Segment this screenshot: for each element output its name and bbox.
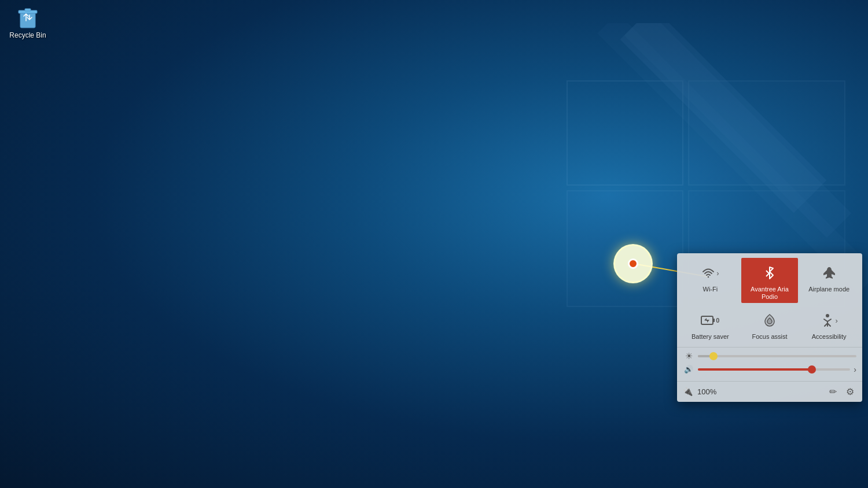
volume-track[interactable]	[698, 368, 850, 371]
wifi-tile-icon-wrap: ›	[698, 261, 722, 284]
wifi-icon	[701, 267, 715, 279]
svg-rect-9	[25, 9, 31, 11]
wifi-label: Wi-Fi	[703, 286, 718, 293]
cursor-indicator	[613, 244, 653, 283]
quick-action-tiles-row1: › Wi-Fi Avantree AriaPodio	[677, 253, 862, 305]
focus-assist-icon-wrap	[758, 309, 781, 332]
accessibility-expand: ›	[835, 316, 837, 325]
desktop: Recycle Bin › Wi-Fi	[0, 0, 868, 488]
battery-percent-label: 100%	[697, 387, 716, 396]
accessibility-label: Accessibility	[812, 333, 847, 341]
accessibility-icon-wrap: ›	[818, 309, 841, 332]
airplane-tile-icon-wrap	[818, 261, 841, 284]
bluetooth-tile[interactable]: Avantree AriaPodio	[741, 258, 799, 303]
wifi-tile[interactable]: › Wi-Fi	[682, 258, 739, 303]
recycle-bin[interactable]: Recycle Bin	[7, 5, 49, 39]
bluetooth-tile-icon-wrap	[758, 261, 781, 284]
bluetooth-icon	[764, 266, 775, 280]
battery-status-icon: 🔌	[683, 387, 693, 396]
cursor-dot	[628, 258, 638, 269]
bluetooth-label: Avantree AriaPodio	[751, 286, 789, 301]
svg-rect-11	[713, 319, 715, 322]
volume-slider-row: 🔊 ›	[683, 365, 856, 374]
sliders-area: ☀ 🔊 ›	[677, 347, 862, 381]
airplane-label: Airplane mode	[808, 286, 849, 293]
action-center-panel: › Wi-Fi Avantree AriaPodio	[677, 253, 862, 402]
battery-saver-icon	[701, 314, 716, 327]
airplane-icon	[822, 266, 837, 280]
wifi-expand-arrow: ›	[716, 269, 719, 278]
volume-fill	[698, 368, 812, 371]
svg-point-12	[826, 314, 829, 317]
volume-icon: 🔊	[683, 365, 694, 374]
volume-thumb[interactable]	[808, 365, 816, 374]
brightness-icon: ☀	[683, 351, 694, 361]
recycle-bin-label: Recycle Bin	[9, 31, 46, 39]
open-settings-button[interactable]: ⚙	[844, 385, 856, 398]
edit-quick-actions-button[interactable]: ✏	[827, 385, 839, 398]
focus-assist-label: Focus assist	[752, 333, 787, 341]
brightness-track[interactable]	[698, 355, 856, 357]
volume-expand-arrow[interactable]: ›	[854, 365, 856, 374]
svg-rect-7	[20, 13, 35, 28]
battery-saver-icon-wrap: 0	[698, 309, 722, 332]
focus-assist-icon	[763, 313, 777, 327]
battery-saver-tile[interactable]: 0 Battery saver	[682, 305, 739, 343]
battery-saver-label: Battery saver	[692, 333, 729, 341]
focus-assist-tile[interactable]: Focus assist	[741, 305, 799, 343]
battery-badge: 0	[716, 317, 719, 324]
quick-action-tiles-row2: 0 Battery saver Focus assist	[677, 305, 862, 346]
svg-rect-4	[689, 81, 845, 185]
brightness-slider-row: ☀	[683, 351, 856, 361]
recycle-bin-icon	[16, 5, 40, 29]
brightness-thumb[interactable]	[709, 352, 718, 360]
accessibility-icon	[820, 313, 835, 327]
accessibility-tile[interactable]: › Accessibility	[800, 305, 858, 343]
airplane-mode-tile[interactable]: Airplane mode	[800, 258, 858, 303]
action-center-bottom-bar: 🔌 100% ✏ ⚙	[677, 381, 862, 402]
